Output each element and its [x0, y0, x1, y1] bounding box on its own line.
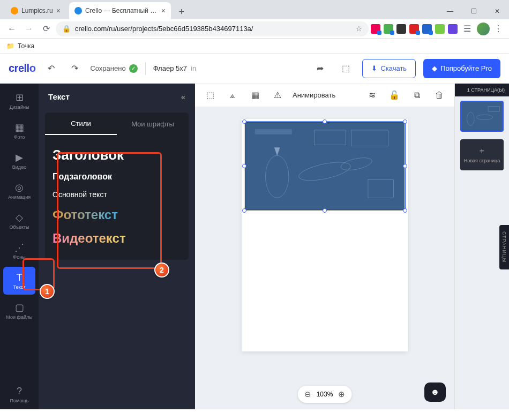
browser-tab-active[interactable]: Crello — Бесплатный инструмен × [69, 2, 171, 19]
rail-designs[interactable]: ⊞Дизайны [3, 87, 35, 115]
reload-button[interactable]: ⟳ [39, 21, 54, 36]
main-area: ⊞Дизайны ▦Фото ▶Видео ◎Анимация ◇Объекты… [0, 84, 509, 409]
redo-button[interactable]: ↷ [66, 61, 83, 77]
extension-icon[interactable] [371, 24, 380, 34]
rail-backgrounds[interactable]: ⋰Фоны [3, 237, 35, 265]
favicon-icon [11, 7, 18, 14]
resize-handle[interactable] [403, 119, 407, 124]
rail-video[interactable]: ▶Видео [3, 147, 35, 175]
logo[interactable]: crello [9, 62, 35, 74]
canvas-area: ⬚ ⟁ ▦ ⚠ Анимировать ≋ 🔓 ⧉ 🗑 [195, 84, 454, 409]
duplicate-button[interactable]: ⧉ [409, 88, 424, 103]
extension-icon[interactable] [409, 24, 419, 34]
zoom-in-button[interactable]: ⊕ [338, 389, 345, 399]
folder-icon: ▢ [15, 302, 24, 313]
url-text: crello.com/ru/user/projects/5ebc66d51938… [75, 25, 253, 33]
favicon-icon [74, 7, 82, 14]
layers-button[interactable]: ≋ [364, 88, 379, 103]
animate-button[interactable]: Анимировать [293, 91, 335, 99]
rail-myfiles[interactable]: ▢Мои файлы [3, 297, 35, 325]
browser-tab[interactable]: Lumpics.ru × [5, 2, 66, 19]
page-thumbnail[interactable] [460, 101, 504, 132]
extension-icon[interactable] [435, 24, 445, 34]
reading-list-icon[interactable]: ☰ [460, 21, 475, 36]
browser-tabstrip: Lumpics.ru × Crello — Бесплатный инструм… [0, 0, 509, 19]
tab-title: Crello — Бесплатный инструмен [85, 7, 158, 14]
rail-animation[interactable]: ◎Анимация [3, 177, 35, 205]
panel-tabs: Стили Мои шрифты [45, 112, 189, 135]
text-panel: Текст « Стили Мои шрифты Заголовок Подза… [39, 84, 195, 409]
back-button[interactable]: ← [4, 21, 19, 36]
image-icon: ▦ [15, 122, 24, 133]
design-page[interactable] [242, 119, 408, 351]
resize-handle[interactable] [403, 164, 407, 168]
resize-handle[interactable] [242, 119, 246, 124]
extension-icon[interactable] [422, 24, 432, 34]
rail-label: Фото [14, 134, 25, 140]
divider [145, 62, 146, 75]
rail-label: Текст [13, 284, 26, 290]
minimize-button[interactable]: — [438, 3, 462, 19]
chat-button[interactable]: ☻ [424, 382, 446, 402]
canvas-stage[interactable]: ⊖ 103% ⊕ ☻ [195, 107, 454, 409]
try-pro-label: Попробуйте Pro [440, 64, 492, 72]
new-tab-button[interactable]: + [174, 4, 189, 19]
zoom-out-button[interactable]: ⊖ [304, 389, 311, 399]
add-page-button[interactable]: + Новая страница [460, 139, 504, 170]
rail-label: Анимация [8, 194, 31, 200]
text-option-videotext[interactable]: Видеотекст [53, 227, 181, 250]
resize-button[interactable]: ⬚ [336, 59, 355, 78]
crop-tool[interactable]: ⟁ [225, 88, 240, 103]
text-option-phototext[interactable]: Фототекст [53, 203, 181, 227]
resize-handle[interactable] [242, 208, 246, 213]
profile-avatar[interactable] [477, 22, 490, 35]
collapse-button[interactable]: « [181, 92, 185, 101]
tab-styles[interactable]: Стили [45, 112, 117, 135]
lock-button[interactable]: 🔓 [387, 88, 402, 103]
rail-text[interactable]: TТекст [3, 267, 35, 295]
download-button[interactable]: ⬇ Скачать [362, 59, 416, 78]
extension-icon[interactable] [384, 24, 393, 34]
diamond-icon: ◆ [432, 64, 437, 72]
select-tool[interactable]: ⬚ [203, 88, 218, 103]
pages-side-tab[interactable]: СТРАНИЦЫ [499, 225, 509, 269]
side-rail: ⊞Дизайны ▦Фото ▶Видео ◎Анимация ◇Объекты… [0, 84, 39, 409]
resize-handle[interactable] [403, 208, 407, 213]
rail-objects[interactable]: ◇Объекты [3, 207, 35, 235]
delete-button[interactable]: 🗑 [432, 88, 447, 103]
close-icon[interactable]: × [56, 6, 61, 15]
rail-label: Дизайны [10, 104, 29, 110]
text-option-heading[interactable]: Заголовок [53, 142, 181, 168]
share-button[interactable]: ➦ [311, 59, 329, 78]
rail-photo[interactable]: ▦Фото [3, 117, 35, 145]
rail-label: Мои файлы [6, 314, 32, 320]
checker-tool[interactable]: ▦ [248, 88, 263, 103]
project-name[interactable]: Флаер 5x7 in [153, 64, 197, 72]
warning-tool[interactable]: ⚠ [270, 88, 285, 103]
check-icon: ✓ [129, 64, 138, 73]
pages-count: 1 СТРАНИЦА(Ы) [455, 84, 509, 96]
bookmark-item[interactable]: Точка [18, 42, 34, 50]
undo-button[interactable]: ↶ [43, 61, 59, 77]
resize-handle[interactable] [242, 164, 246, 168]
browser-menu-button[interactable]: ⋮ [492, 22, 505, 35]
resize-handle[interactable] [323, 208, 327, 213]
forward-button[interactable]: → [21, 21, 36, 36]
extension-icon[interactable] [396, 24, 406, 34]
address-bar[interactable]: 🔒 crello.com/ru/user/projects/5ebc66d519… [56, 21, 369, 36]
selection-frame[interactable] [244, 121, 406, 211]
rail-help[interactable]: ?Помощь [3, 380, 35, 408]
close-window-button[interactable]: ✕ [485, 3, 509, 19]
extension-icon[interactable] [448, 24, 458, 34]
annotation-badge-1: 1 [40, 284, 55, 299]
star-icon[interactable]: ☆ [356, 25, 362, 33]
text-option-body[interactable]: Основной текст [53, 186, 181, 203]
resize-handle[interactable] [323, 119, 327, 124]
bookmarks-bar: 📁 Точка [0, 39, 509, 54]
maximize-button[interactable]: ☐ [462, 3, 485, 19]
try-pro-button[interactable]: ◆ Попробуйте Pro [423, 59, 500, 78]
text-option-subheading[interactable]: Подзаголовок [53, 168, 181, 186]
close-icon[interactable]: × [161, 6, 166, 15]
tab-fonts[interactable]: Мои шрифты [117, 112, 189, 135]
grid-icon: ⊞ [16, 92, 24, 103]
